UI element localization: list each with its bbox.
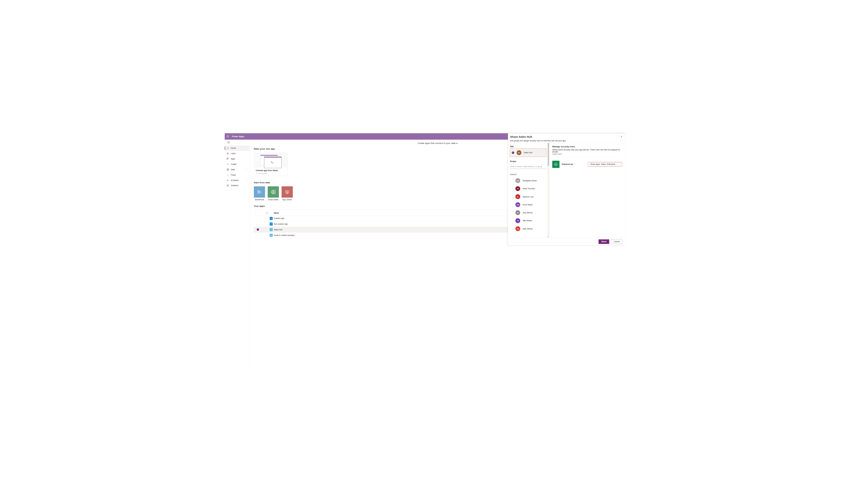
- nav-item-home[interactable]: Home: [225, 146, 250, 151]
- blank-canvas-card[interactable]: ✎+ Canvas app from blank ✎Canvas app: [254, 153, 288, 176]
- svg-line-13: [228, 180, 228, 181]
- current-label: Current: [510, 173, 549, 177]
- nav-label: AI Builder: [231, 179, 245, 181]
- nav-item-data[interactable]: Data⌄: [225, 167, 250, 172]
- card-subtitle: Canvas app: [258, 172, 268, 174]
- nav-label: Solutions: [231, 184, 248, 187]
- svg-rect-2: [227, 159, 228, 160]
- datasource-tile: X: [268, 186, 279, 198]
- brand-title: Power Apps: [232, 135, 244, 138]
- dataverse-icon: [552, 161, 559, 168]
- app-launcher-icon[interactable]: [225, 133, 231, 140]
- share-right-column: Manage security roles Define which secur…: [549, 143, 625, 238]
- panel-title: Share Sales Hub: [510, 135, 620, 138]
- app-type-icon: [270, 217, 273, 220]
- roles-value: Share Apps, Sales, Enterprise app a…: [590, 163, 618, 165]
- person-row[interactable]: AWAnne Weiler: [510, 201, 549, 209]
- chevron-down-icon: ⌄: [618, 163, 620, 165]
- person-avatar: AB: [516, 218, 520, 223]
- nav-label: Flows: [231, 174, 248, 176]
- nav-label: Learn: [231, 152, 248, 155]
- person-row[interactable]: AAAmy Alberts: [510, 209, 549, 217]
- cancel-button[interactable]: Cancel: [611, 239, 622, 244]
- chevron-down-icon: ⌄: [247, 168, 248, 170]
- nav-collapse-button[interactable]: [225, 140, 250, 146]
- app-row[interactable]: ✓ SH Sales Hub: [510, 148, 546, 157]
- close-icon[interactable]: ✕: [620, 135, 622, 138]
- share-button[interactable]: Share: [598, 239, 609, 244]
- datasource-excel-online[interactable]: XExcel Online: [268, 186, 279, 201]
- flow-icon: [227, 174, 229, 176]
- datasource-sql-server[interactable]: SQLSQL Server: [282, 186, 293, 201]
- datasource-sharepoint[interactable]: SSharePoint: [254, 186, 265, 201]
- person-row[interactable]: ATAlicia Thomber: [510, 185, 549, 193]
- chevron-down-icon: ⌄: [247, 179, 248, 181]
- person-avatar: AW: [516, 202, 520, 207]
- person-name: Alicia Thomber: [523, 187, 535, 190]
- learn-more-link[interactable]: Learn more: [552, 153, 562, 155]
- datasource-label: SQL Server: [282, 199, 293, 201]
- person-row[interactable]: ASAlan Steiner: [510, 225, 549, 233]
- row-selector[interactable]: ✓: [255, 228, 261, 231]
- svg-point-11: [227, 180, 228, 181]
- nav-item-flows[interactable]: Flows: [225, 172, 250, 178]
- card-art: ✎+: [254, 153, 288, 168]
- nav-label: Apps: [231, 158, 248, 160]
- left-nav: HomeLearnAppsCreateData⌄FlowsAI Builder⌄…: [225, 140, 250, 371]
- person-avatar: AA: [516, 210, 520, 215]
- check-icon: ✓: [512, 151, 514, 154]
- nav-item-ai-builder[interactable]: AI Builder⌄: [225, 178, 250, 183]
- person-row[interactable]: SLSpencer Low: [510, 193, 549, 201]
- app-avatar: SH: [517, 150, 521, 155]
- svg-rect-14: [227, 185, 229, 186]
- nav-item-solutions[interactable]: Solutions: [225, 183, 250, 188]
- plus-icon: [227, 163, 229, 165]
- book-icon: [227, 152, 229, 155]
- app-name: Sales Hub: [524, 151, 532, 154]
- app-section-label: App: [510, 144, 549, 148]
- datasource-tile: SQL: [282, 186, 293, 198]
- panel-subtitle: Add people and assign security roles so …: [510, 140, 622, 142]
- roles-dropdown[interactable]: Share Apps, Sales, Enterprise app a… ⌄: [587, 162, 622, 167]
- share-left-column: App ✓ SH Sales Hub People Enter a name, …: [508, 143, 549, 238]
- app-type-icon: [270, 228, 273, 231]
- nav-label: Create: [231, 163, 248, 165]
- person-name: Anne Weiler: [523, 204, 533, 206]
- nav-item-create[interactable]: Create: [225, 161, 250, 167]
- people-section-label: People: [510, 160, 549, 163]
- svg-rect-31: [266, 212, 268, 214]
- svg-rect-1: [228, 158, 229, 159]
- person-row[interactable]: ABAllie Bellew: [510, 217, 549, 225]
- checkmark-icon: ✓: [257, 228, 259, 231]
- svg-point-10: [228, 180, 229, 180]
- svg-text:SQL: SQL: [286, 191, 288, 192]
- share-panel: Share Sales Hub ✕ Add people and assign …: [508, 133, 625, 245]
- person-name: Allie Bellew: [523, 219, 532, 222]
- home-icon: [227, 147, 229, 149]
- svg-point-9: [227, 179, 228, 180]
- nav-item-apps[interactable]: Apps: [225, 156, 250, 161]
- person-avatar: DA: [516, 178, 520, 183]
- nav-label: Data: [231, 168, 245, 171]
- svg-rect-0: [227, 158, 228, 159]
- scrollbar[interactable]: ▾: [547, 143, 549, 238]
- person-avatar: AS: [516, 227, 520, 231]
- svg-text:S: S: [258, 191, 259, 193]
- svg-marker-41: [271, 235, 271, 236]
- data-icon: [227, 168, 229, 170]
- svg-rect-15: [227, 185, 229, 185]
- apps-icon: [227, 158, 229, 160]
- datasource-label: Excel Online: [268, 199, 279, 201]
- nav-item-learn[interactable]: Learn: [225, 151, 250, 156]
- app-type-icon: [270, 222, 273, 225]
- anchor-marker: ⁿ: [574, 163, 575, 165]
- people-input[interactable]: Enter a name, email address, or group: [510, 165, 546, 169]
- person-avatar: SL: [516, 194, 520, 199]
- pencil-icon: ✎+: [271, 160, 274, 165]
- person-name: Delegated Admin: [523, 180, 537, 182]
- roles-subtitle: Define which security roles your app wil…: [552, 148, 620, 153]
- person-row[interactable]: DADelegated Admin: [510, 177, 549, 184]
- datasource-tile: S: [254, 186, 265, 198]
- column-icon[interactable]: [260, 212, 274, 214]
- sol-icon: [227, 184, 229, 187]
